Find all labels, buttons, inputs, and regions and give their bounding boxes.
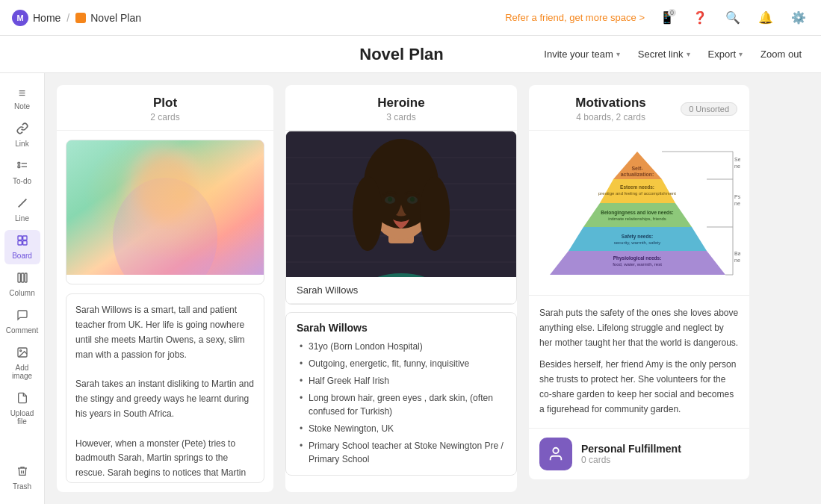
svg-point-29 <box>353 176 382 251</box>
zoom-out-button[interactable]: Zoom out <box>753 46 809 63</box>
settings-icon[interactable]: ⚙️ <box>788 7 809 28</box>
sidebar-item-uploadfile[interactable]: Upload file <box>4 388 40 430</box>
svg-text:food, water, warmth, rest: food, water, warmth, rest <box>613 262 662 267</box>
list-item: Primary School teacher at Stoke Newingto… <box>297 439 506 466</box>
search-icon[interactable]: 🔍 <box>722 7 743 28</box>
svg-text:Basic: Basic <box>734 251 740 256</box>
trash-icon <box>16 465 28 480</box>
list-item: Long brown hair, green eyes , dark skin,… <box>297 391 506 418</box>
heroine-body: Sarah Willows Sarah Willows 31yo (Born L… <box>285 131 517 492</box>
svg-text:Self-fulfillment: Self-fulfillment <box>734 157 740 162</box>
heroine-details: Sarah Willows 31yo (Born London Hospital… <box>286 313 516 475</box>
svg-text:Physiological needs:: Physiological needs: <box>613 255 662 261</box>
link-icon <box>16 122 28 137</box>
sidebar-item-addimage[interactable]: Add image <box>4 342 40 385</box>
motivation-text: Sarah puts the safety of the ones she lo… <box>529 295 749 428</box>
fulfillment-info: Personal Fulfillment 0 cards <box>581 443 681 465</box>
refer-link[interactable]: Refer a friend, get more space > <box>505 12 645 23</box>
help-icon[interactable]: ❓ <box>690 7 710 28</box>
heroine-details-card[interactable]: Sarah Willows 31yo (Born London Hospital… <box>285 312 517 476</box>
project-breadcrumb[interactable]: Novel Plan <box>75 12 141 24</box>
svg-text:Esteem needs:: Esteem needs: <box>620 184 654 190</box>
cover-artwork-card[interactable]: Cover artwork <box>66 140 264 284</box>
plot-text-card[interactable]: Sarah Willows is a smart, tall and patie… <box>66 293 264 483</box>
board-icon <box>16 234 28 249</box>
column-icon <box>16 272 28 287</box>
mobile-badge: 0 <box>668 9 676 16</box>
svg-text:Psychological: Psychological <box>734 194 740 200</box>
secret-link-button[interactable]: Secret link ▾ <box>631 46 698 63</box>
svg-point-65 <box>553 447 558 452</box>
svg-rect-0 <box>18 162 20 164</box>
motivations-count: 4 boards, 2 cards <box>541 112 681 122</box>
sidebar-item-todo[interactable]: To-do <box>4 155 40 190</box>
sub-nav-actions: Invite your team ▾ Secret link ▾ Export … <box>536 46 809 63</box>
main-layout: ≡ Note Link To-do Line Board <box>0 73 821 504</box>
home-logo: M <box>12 10 28 26</box>
trash-label: Trash <box>13 482 31 491</box>
heroine-title: Heroine <box>297 96 505 111</box>
plot-text: Sarah Willows is a smart, tall and patie… <box>66 294 264 483</box>
svg-rect-14 <box>66 140 264 275</box>
sidebar-item-column[interactable]: Column <box>4 267 40 302</box>
top-nav: M Home / Novel Plan Refer a friend, get … <box>0 0 821 36</box>
mobile-icon[interactable]: 📱0 <box>657 7 678 28</box>
bell-icon[interactable]: 🔔 <box>755 7 776 28</box>
project-name-breadcrumb: Novel Plan <box>90 12 141 24</box>
svg-point-33 <box>388 197 392 202</box>
note-label: Note <box>14 102 30 111</box>
sidebar-item-comment[interactable]: Comment <box>4 305 40 339</box>
export-button[interactable]: Export ▾ <box>701 46 751 63</box>
secret-link-label: Secret link <box>638 49 684 60</box>
breadcrumb-separator: / <box>66 12 69 24</box>
uploadfile-icon <box>16 392 28 407</box>
svg-text:actualization:: actualization: <box>621 172 654 177</box>
svg-text:intimate relationships, friend: intimate relationships, friends <box>608 217 666 221</box>
heroine-photo-card[interactable]: Sarah Willows <box>285 131 517 305</box>
note-icon: ≡ <box>19 87 25 100</box>
svg-text:Self-: Self- <box>631 166 643 171</box>
sidebar-item-note[interactable]: ≡ Note <box>4 82 40 115</box>
svg-point-30 <box>420 176 450 251</box>
unsorted-badge[interactable]: 0 Unsorted <box>681 102 737 116</box>
maslow-svg: Self- actualization: Esteem needs: prest… <box>529 131 749 295</box>
sidebar-item-line[interactable]: Line <box>4 193 40 227</box>
sidebar: ≡ Note Link To-do Line Board <box>0 73 45 504</box>
fulfillment-title: Personal Fulfillment <box>581 443 681 455</box>
todo-label: To-do <box>13 177 31 185</box>
svg-rect-10 <box>21 273 23 282</box>
board-label: Board <box>12 252 32 260</box>
svg-marker-36 <box>568 227 707 251</box>
zoom-out-label: Zoom out <box>760 49 802 60</box>
uploadfile-label: Upload file <box>7 409 37 426</box>
list-item: Stoke Newington, UK <box>297 422 506 435</box>
plot-title: Plot <box>69 96 261 111</box>
svg-point-17 <box>137 155 193 223</box>
heroine-header: Heroine 3 cards <box>285 85 517 131</box>
todo-icon <box>16 160 28 175</box>
heroine-count: 3 cards <box>297 112 505 122</box>
svg-point-16 <box>113 178 217 275</box>
motivations-title-wrap: Motivations 4 boards, 2 cards <box>541 96 681 122</box>
fulfillment-count: 0 cards <box>581 455 681 465</box>
heroine-details-title: Sarah Willows <box>297 322 506 334</box>
svg-text:security, warmth, safety: security, warmth, safety <box>614 240 661 245</box>
sidebar-item-link[interactable]: Link <box>4 118 40 152</box>
sidebar-item-board[interactable]: Board <box>4 230 40 264</box>
link-label: Link <box>15 140 28 148</box>
motivations-header: Motivations 4 boards, 2 cards 0 Unsorted <box>529 85 749 131</box>
home-button[interactable]: M Home <box>12 10 61 26</box>
secret-link-chevron: ▾ <box>687 50 690 58</box>
export-label: Export <box>708 49 737 60</box>
invite-team-button[interactable]: Invite your team ▾ <box>536 46 628 63</box>
motivation-text-1: Sarah puts the safety of the ones she lo… <box>539 306 739 350</box>
svg-line-4 <box>18 199 26 208</box>
comment-icon <box>16 309 28 324</box>
heroine-list: 31yo (Born London Hospital) Outgoing, en… <box>297 340 506 466</box>
sidebar-item-trash[interactable]: Trash <box>4 461 40 495</box>
svg-text:prestige and feeling of accomp: prestige and feeling of accomplishment <box>598 191 676 196</box>
personal-fulfillment-card[interactable]: Personal Fulfillment 0 cards <box>529 428 749 479</box>
line-icon <box>16 197 28 212</box>
plot-column: Plot 2 cards <box>57 85 273 492</box>
svg-text:Safety needs:: Safety needs: <box>622 234 653 240</box>
